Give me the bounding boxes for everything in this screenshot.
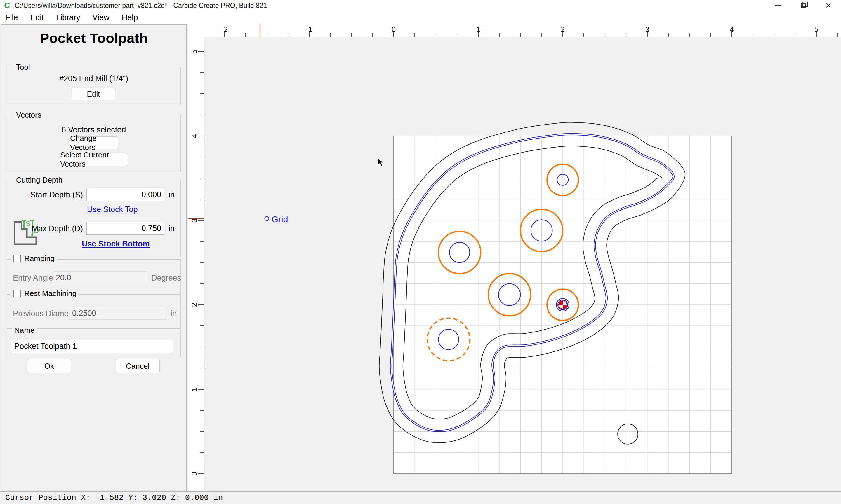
ruler-label: 5	[808, 25, 825, 34]
app-icon: C	[4, 0, 10, 11]
ruler-tick	[200, 452, 204, 453]
ruler-label: 0	[190, 469, 198, 479]
ruler-tick	[689, 33, 690, 37]
ruler-tick	[200, 241, 204, 242]
max-depth-label: Max Depth (D)	[7, 224, 83, 233]
ruler-tick	[457, 33, 457, 37]
ruler-tick	[200, 199, 204, 199]
max-depth-input[interactable]	[86, 222, 165, 235]
ruler-tick	[774, 33, 774, 37]
ruler-label: -1	[301, 25, 318, 34]
ruler-label: 1	[190, 384, 198, 394]
ruler-tick	[668, 33, 669, 37]
menu-item-file[interactable]: File	[0, 13, 24, 22]
ruler-cursor-x	[260, 24, 260, 37]
name-group-label: Name	[12, 326, 37, 335]
ruler-tick	[753, 33, 753, 37]
ruler-tick	[200, 410, 204, 411]
entry-angle-input	[53, 271, 147, 284]
ruler-tick	[200, 178, 204, 179]
previous-diameter-label: Previous Diameter	[13, 309, 78, 318]
ruler-tick	[414, 33, 415, 37]
cutting-depth-group-label: Cutting Depth	[14, 176, 65, 185]
window-title: C:/Users/willa/Downloads/customer part_v…	[15, 2, 267, 10]
ruler-tick	[330, 33, 330, 37]
previous-diameter-unit: in	[171, 309, 177, 318]
menu-bar: File Edit Library View Help	[0, 11, 841, 24]
ruler-tick	[499, 33, 500, 37]
tool-group: Tool #205 End Mill (1/4") Edit	[7, 67, 181, 104]
ruler-tick	[200, 115, 204, 115]
grid-snap-label: Grid	[272, 214, 288, 224]
ruler-label: 5	[190, 47, 198, 57]
start-depth-input[interactable]	[86, 188, 165, 201]
ruler-label: 2	[554, 25, 571, 34]
vertical-ruler: 012345	[188, 37, 204, 491]
ruler-tick	[200, 325, 204, 326]
change-vectors-button[interactable]: Change Vectors	[70, 137, 118, 149]
use-stock-bottom-link[interactable]: Use Stock Bottom	[82, 239, 150, 249]
ruler-tick	[200, 368, 204, 368]
ruler-label: 4	[190, 131, 198, 141]
menu-item-help[interactable]: Help	[116, 13, 144, 22]
ruler-tick	[200, 157, 204, 157]
ruler-tick	[837, 33, 838, 37]
restore-icon	[801, 3, 806, 8]
window-controls: ✕	[766, 0, 841, 11]
cutting-depth-group: Cutting Depth Start Depth (S) in Use Sto…	[7, 180, 181, 257]
rest-machining-label: Rest Machining	[24, 289, 76, 298]
cancel-button[interactable]: Cancel	[116, 359, 160, 373]
ruler-tick	[198, 51, 204, 52]
mouse-cursor-icon	[378, 158, 385, 167]
ok-button[interactable]: Ok	[27, 359, 71, 373]
ruler-label: 4	[723, 25, 740, 34]
close-icon: ✕	[825, 0, 832, 11]
ruler-tick	[198, 220, 204, 221]
ruler-tick	[288, 33, 288, 37]
ruler-tick	[795, 33, 795, 37]
horizontal-ruler: -2-1012345	[188, 24, 841, 37]
edit-tool-button[interactable]: Edit	[71, 88, 115, 100]
menu-item-view[interactable]: View	[86, 13, 116, 22]
rest-machining-checkbox[interactable]	[13, 290, 21, 298]
ruler-tick	[198, 136, 204, 136]
toolpath-name-input[interactable]	[11, 340, 173, 353]
entry-angle-label: Entry Angle	[13, 274, 53, 283]
ruler-tick	[542, 33, 542, 37]
menu-item-edit[interactable]: Edit	[24, 13, 50, 22]
close-button[interactable]: ✕	[816, 0, 841, 11]
minimize-button[interactable]	[766, 0, 791, 11]
page-title: Pocket Toolpath	[1, 30, 186, 46]
design-canvas-area: -2-1012345 012345 Grid	[188, 24, 841, 491]
ruler-label: 2	[190, 300, 198, 310]
ruler-tick	[245, 33, 246, 37]
ruler-tick	[436, 33, 436, 37]
vectors-selected-status: 6 Vectors selected	[7, 125, 181, 134]
ruler-label: 3	[639, 25, 656, 34]
status-bar: Cursor Position X: -1.582 Y: 3.020 Z: 0.…	[0, 491, 841, 504]
menu-item-library[interactable]: Library	[50, 13, 86, 22]
title-bar: C C:/Users/willa/Downloads/customer part…	[0, 0, 841, 11]
select-current-vectors-button[interactable]: Select Current Vectors	[60, 153, 128, 166]
ruler-tick	[267, 33, 267, 37]
restore-button[interactable]	[791, 0, 816, 11]
use-stock-top-link[interactable]: Use Stock Top	[87, 205, 138, 214]
ramping-checkbox[interactable]	[13, 255, 21, 263]
ruler-tick	[200, 284, 204, 284]
ruler-label: -2	[216, 25, 233, 34]
previous-diameter-input	[69, 307, 167, 320]
name-group: Name	[7, 330, 181, 357]
ramping-label: Ramping	[24, 254, 55, 263]
vectors-group-label: Vectors	[14, 110, 44, 120]
ruler-tick	[198, 305, 204, 305]
ruler-tick	[200, 431, 204, 432]
drawing-viewport[interactable]: Grid	[204, 37, 841, 491]
ruler-tick	[351, 33, 351, 37]
ruler-tick	[605, 33, 605, 37]
ruler-tick	[198, 389, 204, 390]
ruler-tick	[200, 72, 204, 73]
pocket-toolpath-panel: Pocket Toolpath Tool #205 End Mill (1/4"…	[1, 24, 187, 491]
canvas-svg: Grid	[204, 37, 841, 491]
cursor-position-readout: Cursor Position X: -1.582 Y: 3.020 Z: 0.…	[5, 493, 223, 502]
ruler-tick	[520, 33, 521, 37]
